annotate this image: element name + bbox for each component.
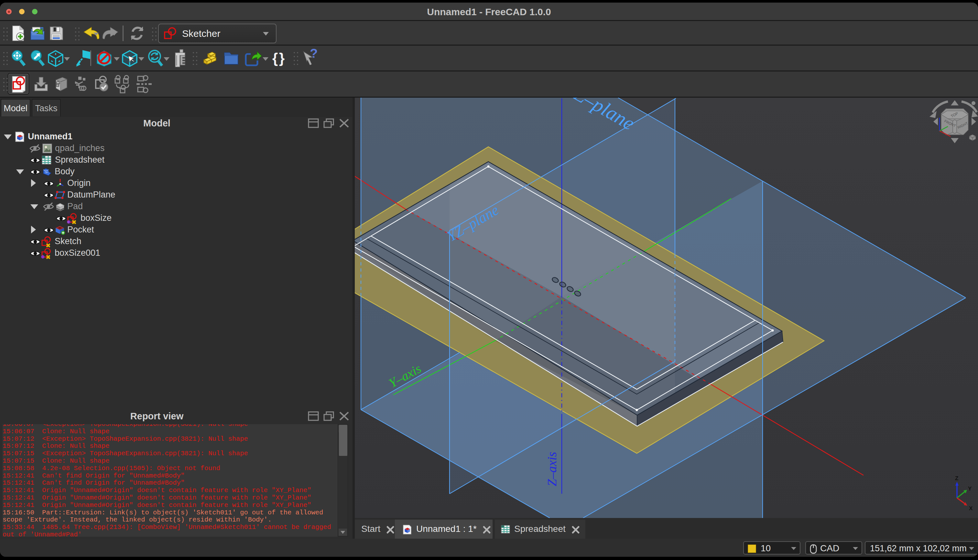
svg-text:X: X <box>969 505 973 512</box>
svg-text:Z: Z <box>955 475 958 482</box>
svg-text:?: ? <box>310 49 317 60</box>
svg-text::: : <box>68 220 68 224</box>
svg-text:Y: Y <box>968 486 972 492</box>
svg-text:Z–axis: Z–axis <box>545 452 559 486</box>
